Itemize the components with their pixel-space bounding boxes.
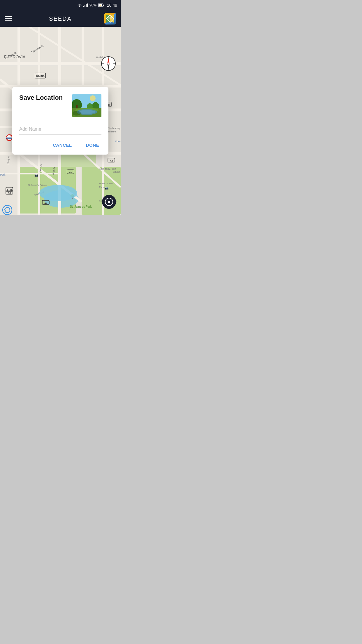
name-input[interactable]	[19, 124, 101, 134]
svg-point-97	[90, 95, 96, 101]
location-dot-icon	[108, 201, 110, 203]
svg-marker-8	[106, 15, 110, 23]
map-logo-icon[interactable]	[104, 13, 116, 24]
svg-marker-9	[110, 15, 114, 23]
app-title: SEEDA	[49, 15, 72, 22]
location-thumbnail	[72, 94, 101, 117]
time-display: 10:49	[107, 3, 117, 8]
battery-percentage: 90%	[89, 3, 96, 7]
dialog-overlay: Save Location	[0, 27, 121, 215]
battery-icon: ⚡	[98, 4, 104, 7]
svg-point-106	[73, 111, 81, 116]
svg-rect-5	[103, 5, 104, 6]
svg-rect-1	[85, 5, 85, 7]
status-icons: 90% ⚡ 10:49	[77, 3, 117, 8]
save-location-dialog: Save Location	[12, 87, 108, 155]
svg-rect-3	[87, 4, 88, 7]
location-button-inner	[105, 198, 113, 206]
svg-rect-0	[83, 6, 84, 7]
dialog-title: Save Location	[19, 94, 63, 102]
wifi-icon	[77, 4, 82, 7]
hamburger-menu-icon[interactable]	[5, 16, 12, 21]
dialog-buttons: CANCEL DONE	[19, 141, 101, 149]
name-input-container	[19, 124, 101, 134]
dialog-header: Save Location	[19, 94, 101, 117]
app-header: SEEDA	[0, 10, 121, 27]
status-bar: 90% ⚡ 10:49	[0, 0, 121, 10]
location-button[interactable]	[102, 195, 116, 209]
svg-point-105	[79, 110, 95, 114]
signal-icon	[83, 4, 88, 7]
svg-rect-2	[86, 4, 87, 7]
cancel-button[interactable]: CANCEL	[50, 141, 74, 149]
done-button[interactable]: DONE	[84, 141, 101, 149]
svg-text:⚡: ⚡	[99, 5, 101, 7]
